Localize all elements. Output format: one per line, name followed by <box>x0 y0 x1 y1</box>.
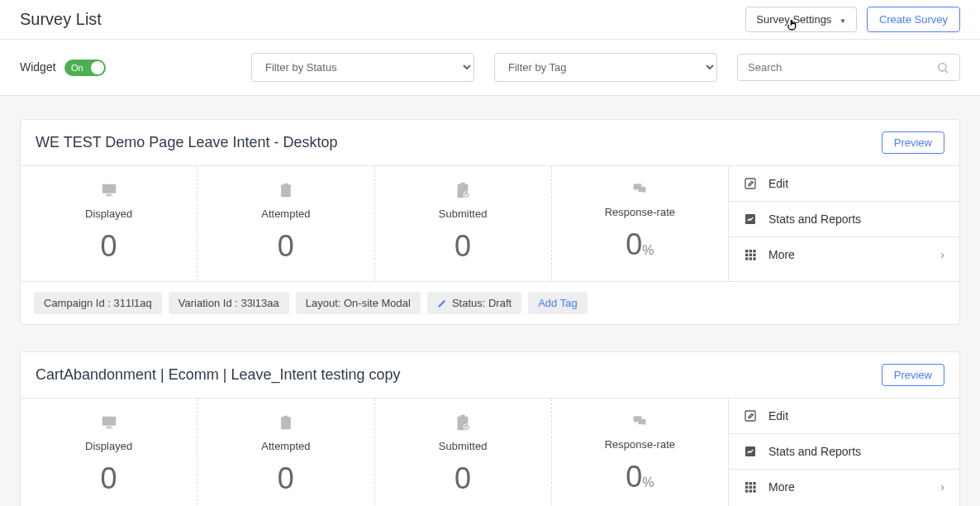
svg-rect-37 <box>753 482 755 485</box>
action-label: Edit <box>768 409 788 422</box>
tag-status-text: Status: Draft <box>452 297 511 309</box>
grid-icon <box>744 480 757 494</box>
toggle-state-label: On <box>71 63 83 73</box>
edit-icon <box>744 409 757 422</box>
widget-label: Widget <box>20 60 56 74</box>
preview-button[interactable]: Preview <box>882 131 944 154</box>
filter-status-select[interactable]: Filter by Status <box>251 53 474 82</box>
action-edit[interactable]: Edit <box>729 166 959 202</box>
svg-rect-18 <box>749 254 752 256</box>
stat-displayed: Displayed 0 <box>21 399 197 506</box>
stat-label: Response-rate <box>552 206 728 218</box>
card-header: CartAbandonment | Ecomm | Leave_Intent t… <box>21 352 959 399</box>
clipboard-icon <box>197 413 373 432</box>
chevron-right-icon: › <box>940 248 944 261</box>
page-header: Survey List Survey Settings Create Surve… <box>0 0 980 40</box>
svg-rect-40 <box>753 486 755 489</box>
svg-rect-22 <box>753 257 755 260</box>
stats-row: Displayed 0 Attempted 0 Submitted 0 <box>21 166 728 281</box>
svg-rect-43 <box>753 489 755 492</box>
svg-rect-42 <box>749 489 752 492</box>
actions-panel: Edit Stats and Reports More › <box>728 399 959 506</box>
action-label: Stats and Reports <box>768 445 861 458</box>
monitor-icon <box>21 181 197 199</box>
svg-rect-38 <box>745 486 748 489</box>
survey-settings-button[interactable]: Survey Settings <box>745 7 857 32</box>
monitor-icon <box>21 413 197 432</box>
svg-rect-16 <box>753 250 755 252</box>
tag-campaign: Campaign Id : 311l1aq <box>34 292 162 314</box>
preview-button[interactable]: Preview <box>882 364 944 386</box>
stat-label: Response-rate <box>552 438 728 451</box>
svg-rect-21 <box>749 257 752 260</box>
clipboard-icon <box>197 181 373 199</box>
pencil-icon <box>437 298 447 308</box>
stat-response-rate: Response-rate 0% <box>552 399 728 506</box>
svg-rect-11 <box>639 187 646 193</box>
svg-rect-13 <box>745 214 755 224</box>
stat-value: 0 <box>626 227 642 261</box>
chart-icon <box>744 445 757 458</box>
action-stats[interactable]: Stats and Reports <box>729 202 959 237</box>
clipboard-check-icon <box>375 181 551 199</box>
stat-label: Displayed <box>21 208 197 220</box>
survey-settings-label: Survey Settings <box>756 13 831 26</box>
stat-label: Displayed <box>21 440 197 452</box>
action-more[interactable]: More › <box>729 237 959 272</box>
svg-rect-2 <box>102 184 116 193</box>
svg-rect-19 <box>753 254 755 256</box>
svg-rect-35 <box>745 482 748 485</box>
svg-rect-39 <box>749 486 752 489</box>
page-title: Survey List <box>20 10 102 29</box>
svg-rect-24 <box>107 427 112 428</box>
filter-tag-select[interactable]: Filter by Tag <box>494 53 717 82</box>
svg-rect-8 <box>460 183 465 186</box>
tags-row: Campaign Id : 311l1aq Variation Id : 33l… <box>21 281 959 324</box>
search-field-wrap[interactable] <box>737 54 960 81</box>
survey-card: CartAbandonment | Ecomm | Leave_Intent t… <box>20 351 960 506</box>
search-icon <box>936 61 949 74</box>
stat-suffix: % <box>642 475 654 489</box>
action-edit[interactable]: Edit <box>729 399 959 434</box>
stat-value: 0 <box>375 232 551 261</box>
svg-rect-15 <box>749 250 752 252</box>
card-header: WE TEST Demo Page Leave Intent - Desktop… <box>21 120 959 166</box>
svg-rect-25 <box>105 427 112 428</box>
clipboard-check-icon <box>375 413 551 432</box>
svg-rect-36 <box>749 482 752 485</box>
survey-title: WE TEST Demo Page Leave Intent - Desktop <box>36 134 338 151</box>
chat-icon <box>552 413 728 430</box>
chat-icon <box>552 181 728 198</box>
action-label: More <box>768 480 795 494</box>
svg-rect-4 <box>105 195 112 196</box>
stat-value: 0 <box>21 464 197 494</box>
svg-rect-20 <box>745 257 748 260</box>
svg-rect-34 <box>745 446 755 456</box>
stat-label: Submitted <box>375 440 551 452</box>
svg-rect-23 <box>102 417 116 426</box>
create-survey-button[interactable]: Create Survey <box>867 7 960 32</box>
svg-rect-6 <box>283 184 288 186</box>
widget-toggle-group: Widget On <box>20 60 106 76</box>
stat-label: Attempted <box>197 208 373 220</box>
stat-submitted: Submitted 0 <box>375 166 552 281</box>
action-more[interactable]: More › <box>729 470 959 504</box>
action-label: Edit <box>768 177 788 190</box>
widget-toggle[interactable]: On <box>64 60 106 76</box>
stat-value: 0 <box>626 460 642 494</box>
add-tag-button[interactable]: Add Tag <box>528 292 587 314</box>
stat-label: Submitted <box>375 208 551 220</box>
action-stats[interactable]: Stats and Reports <box>729 434 959 470</box>
svg-rect-26 <box>281 417 291 429</box>
svg-rect-27 <box>283 416 288 418</box>
survey-card: WE TEST Demo Page Leave Intent - Desktop… <box>20 119 960 325</box>
svg-rect-5 <box>281 184 291 197</box>
filters-bar: Widget On Filter by Status Filter by Tag <box>0 40 980 96</box>
search-input[interactable] <box>748 55 936 80</box>
stat-submitted: Submitted 0 <box>375 399 552 506</box>
action-label: Stats and Reports <box>768 212 861 226</box>
stat-value: 0 <box>375 464 551 494</box>
chart-icon <box>744 212 757 226</box>
grid-icon <box>744 248 757 261</box>
stat-displayed: Displayed 0 <box>21 166 197 281</box>
